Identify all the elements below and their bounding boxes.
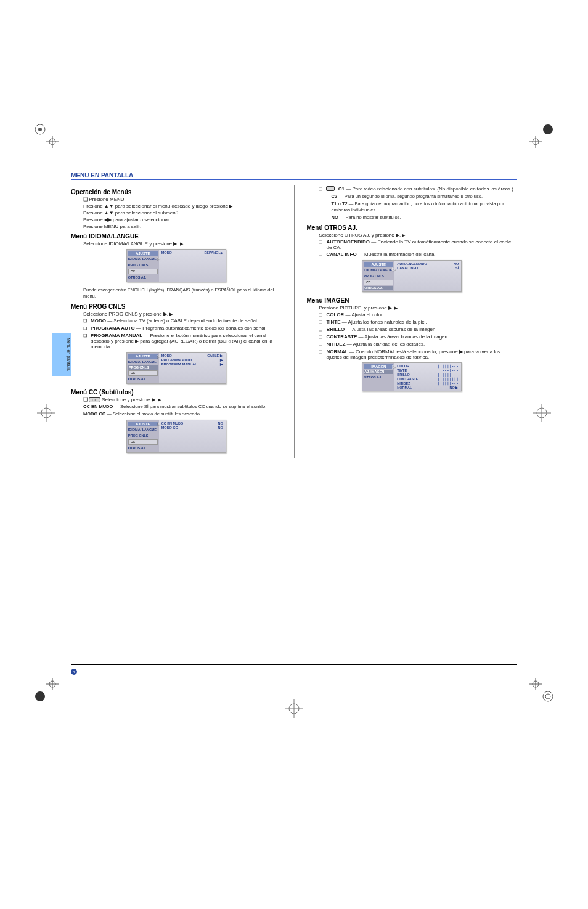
item-canal-info: CANAL INFO — Muestra la información del …	[326, 251, 436, 257]
item-modo: MODO — Selecciona TV (antena) o CABLE de…	[91, 318, 258, 324]
menu-title: IMAGEN	[364, 364, 393, 369]
item-cc-modo: MODO CC — Seleccione el modo de subtítul…	[83, 411, 201, 417]
menu-side-item: CC	[364, 280, 393, 285]
lang-hint: Puede escoger entre ENGLISH (inglés), FR…	[83, 287, 282, 300]
bullet-icon: ❑	[83, 397, 88, 402]
menu-side-item: PROG CNLS	[128, 263, 158, 268]
crop-mark-br	[529, 678, 554, 703]
item-contraste: CONTRASTE — Ajusta las áreas blancas de …	[326, 334, 449, 340]
item-autoenc: AUTOENCENDIDO — Enciende la TV automátic…	[326, 239, 517, 250]
menu-side-item: IDIOMA/ LANGUE	[364, 267, 393, 273]
menu-title: AJUSTE	[128, 354, 158, 359]
menu-side-item: OTROS AJ.	[128, 275, 158, 280]
menu-row-value: ---|---	[443, 369, 459, 372]
menu-row-label: TINTE	[397, 369, 442, 372]
bullet-icon: ❑	[319, 239, 322, 245]
bullet-icon: ❑	[319, 334, 322, 340]
menu-side-item: OTROS AJ.	[128, 377, 158, 382]
menu-row-value: NO	[454, 262, 459, 266]
imagen-step: Presione PICTURE, y presione ▶. ▶	[319, 305, 517, 311]
item-c1: C1 — Para video relacionado con subtítul…	[338, 186, 513, 192]
menu-side-item: AJ. IMAGEN	[364, 370, 393, 374]
menu-row-label: NORMAL	[397, 386, 449, 389]
prog-step: Seleccione PROG CNLS y presione ▶. ▶	[83, 311, 282, 317]
crop-mark-bl	[34, 678, 59, 703]
screenshot-ajuste-idioma: AJUSTE IDIOMA/ LANGUE PROG CNLS CC OTROS…	[126, 249, 226, 282]
heading-prog: Menú PROG CNLS	[71, 303, 282, 310]
menu-title: AJUSTE	[364, 262, 393, 267]
bullet-icon: ❑	[83, 325, 87, 332]
heading-cc: Menú CC (Subtítulos)	[71, 389, 282, 396]
menu-side-item: OTROS AJ.	[364, 286, 393, 290]
screenshot-prog-cnls: AJUSTE IDIOMA/ LANGUE PROG CNLS CC OTROS…	[126, 352, 226, 384]
menu-row-label: CANAL INFO	[397, 266, 455, 270]
bullet-icon: ❑	[319, 251, 322, 258]
top-rule	[71, 179, 517, 180]
bottom-rule	[71, 664, 517, 665]
menu-row-value: CABLE ▶	[207, 354, 223, 357]
cc-step: ❑ CC Seleccione y presione ▶. ▶	[83, 397, 282, 402]
bullet-icon: ❑	[319, 341, 322, 348]
svg-point-9	[35, 691, 45, 701]
center-mark-bottom	[285, 699, 303, 720]
menu-side-item: IDIOMA/ LANGUE	[128, 256, 158, 262]
item-brillo: BRILLO — Ajusta las áreas oscuras de la …	[326, 327, 436, 332]
item-prog-manual: PROGRAMA MANUAL — Presione el botón numé…	[91, 333, 282, 349]
menu-row-label: PROGRAMA AUTO	[161, 358, 220, 362]
menu-title: AJUSTE	[128, 422, 158, 426]
column-divider	[294, 185, 295, 458]
cursor-icon: ▷	[157, 354, 160, 359]
menu-row-value: ▶	[220, 358, 223, 362]
menu-row-label: MODO	[161, 251, 205, 255]
heading-imagen: Menú IMAGEN	[306, 297, 517, 304]
menu-row-label: AUTOENCENDIDO	[397, 262, 454, 266]
menu-row-label: NITIDEZ	[397, 381, 438, 385]
bullet-icon: ❑	[319, 327, 322, 333]
menu-row-label: COLOR	[397, 364, 438, 368]
menu-row-value: ||||||---	[438, 381, 459, 385]
screenshot-otros: AJUSTE IDIOMA/ LANGUE PROG CNLS CC OTROS…	[362, 260, 462, 292]
screenshot-imagen: IMAGEN AJ. IMAGEN OTROS AJ. ▷ COLOR|||||…	[362, 362, 462, 391]
step-1: ❑ Presione MENU.	[83, 197, 282, 202]
menu-side-item: CC	[128, 370, 158, 376]
svg-point-1	[38, 128, 42, 131]
menu-row-value: NO	[218, 426, 223, 430]
menu-row-value: ||||||---	[438, 373, 459, 377]
item-c2: C2 — Para un segundo idioma, segundo pro…	[331, 194, 483, 200]
menu-side-item: CC	[128, 439, 158, 445]
step-3: Presione ▲▼ para seleccionar el submenú.	[83, 210, 282, 216]
arrow-right-icon: ▶	[221, 251, 223, 255]
menu-row-value: ||||||---	[438, 364, 459, 368]
menu-side-item: OTROS AJ.	[128, 446, 158, 451]
svg-point-14	[545, 694, 550, 699]
side-tab: Menú en pantalla	[52, 333, 71, 376]
heading-idioma: Menú IDIOMA/LANGUE	[71, 233, 282, 240]
menu-row-value: ▶	[220, 362, 223, 366]
menu-side-item: IDIOMA/ LANGUE	[128, 427, 158, 433]
menu-side-item: PROG CNLS	[128, 365, 158, 370]
menu-row-label: MODO CC	[161, 426, 218, 430]
step-2: Presione ▲▼ para seleccionar el menú des…	[83, 203, 282, 209]
arrow-right-icon: ▶	[402, 233, 405, 237]
page-number: 4	[71, 669, 77, 675]
menu-row-label: CC EN MUDO	[161, 422, 218, 425]
bullet-icon: ❑	[319, 319, 322, 325]
item-prog-auto: PROGRAMA AUTO — Programa automáticamente…	[91, 325, 267, 331]
screenshot-cc: AJUSTE IDIOMA/ LANGUE PROG CNLS CC OTROS…	[126, 420, 226, 453]
svg-point-13	[543, 691, 553, 701]
item-color: COLOR — Ajusta el color.	[326, 312, 383, 317]
cursor-icon: ▷	[157, 422, 160, 426]
otros-step: Seleccione OTROS AJ. y presione ▶. ▶	[319, 232, 517, 238]
cursor-icon: ▷	[392, 364, 395, 369]
step-4: Presione ◀▶ para ajustar o seleccionar.	[83, 217, 282, 222]
page-title: MENU EN PANTALLA	[71, 172, 133, 179]
menu-row-label: CONTRASTE	[397, 377, 438, 381]
menu-side-item: CC	[128, 269, 158, 274]
menu-row-label: MODO	[161, 354, 208, 357]
side-mark-left	[37, 404, 55, 425]
arrow-right-icon: ▶	[394, 306, 398, 310]
bullet-icon: ❑	[319, 186, 322, 192]
bullet-icon: ❑	[83, 318, 87, 324]
heading-menu-ops: Operación de Menús	[71, 189, 282, 195]
menu-side-item: PROG CNLS	[128, 433, 158, 439]
